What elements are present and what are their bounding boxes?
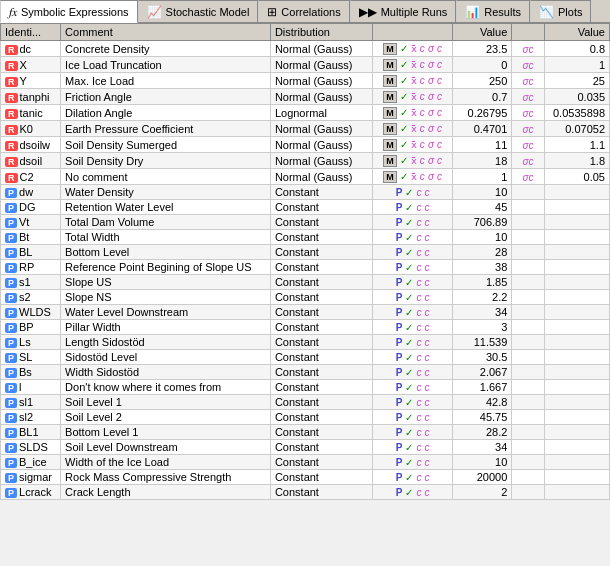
mode-button[interactable]: P bbox=[396, 427, 403, 438]
cell-controls[interactable]: M ✓ x̄ c σ c bbox=[372, 41, 452, 57]
c-button2[interactable]: c bbox=[437, 155, 442, 166]
mode-button[interactable]: M bbox=[383, 91, 397, 103]
cell-controls[interactable]: M ✓ x̄ c σ c bbox=[372, 169, 452, 185]
cell-value1[interactable]: 2 bbox=[453, 485, 512, 500]
c-button[interactable]: c bbox=[416, 322, 421, 333]
c-button[interactable]: c bbox=[416, 232, 421, 243]
c-button2[interactable]: c bbox=[424, 187, 429, 198]
cell-controls2[interactable] bbox=[512, 305, 544, 320]
cell-controls[interactable]: P ✓ c c bbox=[372, 395, 452, 410]
cell-value2[interactable]: 0.07052 bbox=[544, 121, 610, 137]
mode-button[interactable]: P bbox=[396, 187, 403, 198]
cell-value1[interactable]: 1.667 bbox=[453, 380, 512, 395]
cell-controls2[interactable] bbox=[512, 485, 544, 500]
c-button[interactable]: c bbox=[420, 107, 425, 118]
cell-controls2[interactable]: σc bbox=[512, 41, 544, 57]
c-button[interactable]: c bbox=[416, 352, 421, 363]
cell-controls[interactable]: P ✓ c c bbox=[372, 215, 452, 230]
mode-button[interactable]: P bbox=[396, 442, 403, 453]
cell-controls[interactable]: P ✓ c c bbox=[372, 290, 452, 305]
cell-controls[interactable]: P ✓ c c bbox=[372, 470, 452, 485]
cell-controls[interactable]: P ✓ c c bbox=[372, 305, 452, 320]
tab-stochastic[interactable]: 📈 Stochastic Model bbox=[138, 0, 259, 22]
cell-controls[interactable]: P ✓ c c bbox=[372, 260, 452, 275]
cell-value2[interactable]: 0.0535898 bbox=[544, 105, 610, 121]
mode-button[interactable]: M bbox=[383, 171, 397, 183]
cell-controls2[interactable] bbox=[512, 425, 544, 440]
c-button3[interactable]: c bbox=[528, 44, 533, 55]
cell-value1[interactable]: 0.7 bbox=[453, 89, 512, 105]
cell-controls2[interactable] bbox=[512, 410, 544, 425]
c-button[interactable]: c bbox=[416, 337, 421, 348]
cell-value1[interactable]: 250 bbox=[453, 73, 512, 89]
cell-controls[interactable]: P ✓ c c bbox=[372, 455, 452, 470]
mode-button[interactable]: M bbox=[383, 123, 397, 135]
c-button[interactable]: c bbox=[420, 43, 425, 54]
cell-value1[interactable]: 706.89 bbox=[453, 215, 512, 230]
mode-button[interactable]: P bbox=[396, 487, 403, 498]
c-button[interactable]: c bbox=[420, 75, 425, 86]
tab-symbolic[interactable]: 𝑓𝑥 Symbolic Expressions bbox=[0, 0, 138, 23]
cell-controls2[interactable] bbox=[512, 290, 544, 305]
cell-controls[interactable]: P ✓ c c bbox=[372, 440, 452, 455]
tab-multiple-runs[interactable]: ▶▶ Multiple Runs bbox=[350, 0, 457, 22]
c-button2[interactable]: c bbox=[424, 442, 429, 453]
mode-button[interactable]: P bbox=[396, 397, 403, 408]
c-button[interactable]: c bbox=[416, 247, 421, 258]
mode-button[interactable]: M bbox=[383, 75, 397, 87]
cell-value1[interactable]: 34 bbox=[453, 305, 512, 320]
c-button2[interactable]: c bbox=[437, 107, 442, 118]
mode-button[interactable]: M bbox=[383, 43, 397, 55]
c-button[interactable]: c bbox=[416, 307, 421, 318]
c-button2[interactable]: c bbox=[424, 352, 429, 363]
c-button[interactable]: c bbox=[416, 382, 421, 393]
cell-controls[interactable]: P ✓ c c bbox=[372, 200, 452, 215]
cell-controls2[interactable] bbox=[512, 245, 544, 260]
cell-controls2[interactable] bbox=[512, 455, 544, 470]
cell-controls[interactable]: P ✓ c c bbox=[372, 245, 452, 260]
mode-button[interactable]: P bbox=[396, 367, 403, 378]
mode-button[interactable]: M bbox=[383, 107, 397, 119]
c-button[interactable]: c bbox=[416, 472, 421, 483]
cell-controls2[interactable]: σc bbox=[512, 89, 544, 105]
c-button2[interactable]: c bbox=[437, 171, 442, 182]
cell-value2[interactable]: 0.035 bbox=[544, 89, 610, 105]
c-button[interactable]: c bbox=[420, 155, 425, 166]
cell-value1[interactable]: 42.8 bbox=[453, 395, 512, 410]
c-button[interactable]: c bbox=[416, 277, 421, 288]
mode-button[interactable]: P bbox=[396, 217, 403, 228]
cell-controls[interactable]: P ✓ c c bbox=[372, 380, 452, 395]
c-button[interactable]: c bbox=[416, 202, 421, 213]
cell-value1[interactable]: 20000 bbox=[453, 470, 512, 485]
c-button2[interactable]: c bbox=[424, 262, 429, 273]
mode-button[interactable]: P bbox=[396, 352, 403, 363]
cell-controls2[interactable]: σc bbox=[512, 105, 544, 121]
tab-results[interactable]: 📊 Results bbox=[456, 0, 530, 22]
c-button[interactable]: c bbox=[420, 171, 425, 182]
cell-value1[interactable]: 28 bbox=[453, 245, 512, 260]
cell-controls[interactable]: M ✓ x̄ c σ c bbox=[372, 137, 452, 153]
c-button3[interactable]: c bbox=[528, 124, 533, 135]
c-button[interactable]: c bbox=[420, 139, 425, 150]
cell-value1[interactable]: 1 bbox=[453, 169, 512, 185]
c-button2[interactable]: c bbox=[424, 322, 429, 333]
c-button2[interactable]: c bbox=[424, 202, 429, 213]
cell-value1[interactable]: 45.75 bbox=[453, 410, 512, 425]
c-button2[interactable]: c bbox=[424, 277, 429, 288]
cell-controls[interactable]: M ✓ x̄ c σ c bbox=[372, 73, 452, 89]
c-button3[interactable]: c bbox=[528, 76, 533, 87]
c-button3[interactable]: c bbox=[528, 156, 533, 167]
cell-controls2[interactable]: σc bbox=[512, 57, 544, 73]
cell-controls2[interactable]: σc bbox=[512, 169, 544, 185]
c-button2[interactable]: c bbox=[424, 292, 429, 303]
cell-controls2[interactable] bbox=[512, 470, 544, 485]
c-button2[interactable]: c bbox=[437, 123, 442, 134]
cell-value1[interactable]: 1.85 bbox=[453, 275, 512, 290]
cell-controls[interactable]: P ✓ c c bbox=[372, 365, 452, 380]
c-button3[interactable]: c bbox=[528, 92, 533, 103]
cell-controls2[interactable] bbox=[512, 230, 544, 245]
cell-value1[interactable]: 0.26795 bbox=[453, 105, 512, 121]
cell-controls[interactable]: P ✓ c c bbox=[372, 185, 452, 200]
mode-button[interactable]: P bbox=[396, 202, 403, 213]
mode-button[interactable]: M bbox=[383, 155, 397, 167]
